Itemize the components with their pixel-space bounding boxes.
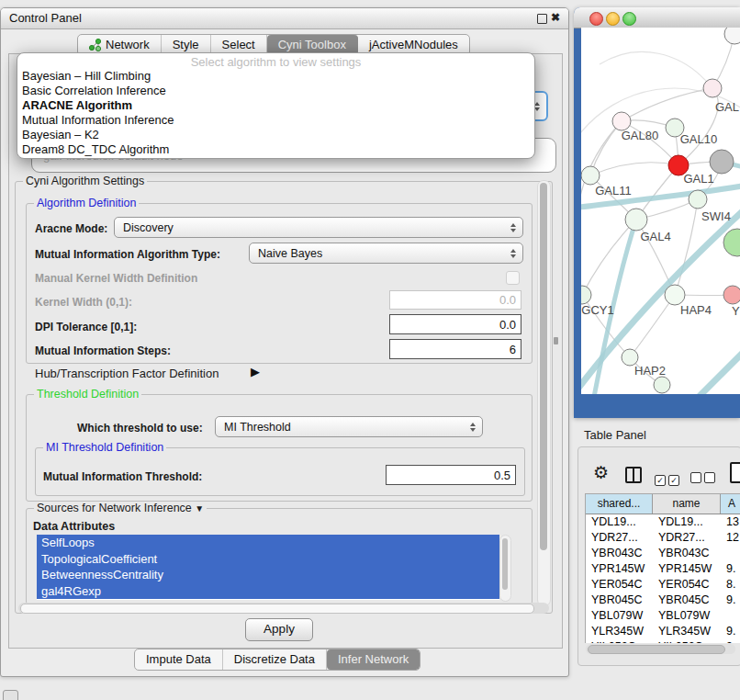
- table-hscrollbar-thumb[interactable]: [588, 645, 725, 654]
- deselect-all-icon[interactable]: [690, 470, 718, 487]
- tab-infer-network[interactable]: Infer Network: [327, 649, 420, 670]
- attributes-scrollbar[interactable]: [499, 535, 511, 602]
- network-node-gal4[interactable]: [625, 209, 647, 231]
- screen: Control Panel ✖ Network Style Select Cyn…: [0, 0, 740, 700]
- network-node-gal80[interactable]: [612, 112, 631, 130]
- attribute-item[interactable]: BetweennessCentrality: [37, 567, 499, 583]
- network-node[interactable]: [703, 79, 722, 97]
- hub-section-label[interactable]: Hub/Transcription Factor Definition: [35, 367, 219, 380]
- algorithm-option[interactable]: Bayesian – K2: [17, 128, 534, 142]
- float-window-icon[interactable]: [537, 14, 547, 24]
- control-panel-titlebar[interactable]: Control Panel ✖: [1, 8, 568, 29]
- table-row[interactable]: YPR145WYPR145W9.: [586, 561, 740, 577]
- which-threshold-combo[interactable]: MI Threshold: [215, 416, 483, 437]
- gear-icon[interactable]: ⚙: [593, 462, 609, 483]
- zoom-traffic-icon[interactable]: [622, 12, 636, 26]
- tab-style-label: Style: [173, 38, 199, 51]
- table-row[interactable]: YBR045CYBR045C9.: [586, 593, 740, 608]
- sources-title-text: Sources for Network Inference: [37, 502, 192, 514]
- cyni-algorithm-settings-title: Cyni Algorithm Settings: [23, 175, 147, 187]
- table-hscrollbar[interactable]: [586, 644, 735, 654]
- table-row[interactable]: YBR043CYBR043C: [586, 546, 740, 561]
- mi-algorithm-type-value: Naive Bayes: [258, 247, 322, 260]
- which-threshold-label: Which threshold to use:: [77, 422, 203, 435]
- kernel-width-label: Kernel Width (0,1):: [35, 296, 132, 309]
- column-header-name[interactable]: name: [653, 494, 721, 514]
- collapse-arrow-icon[interactable]: ▼: [195, 503, 204, 514]
- table-row[interactable]: YBL079WYBL079W: [586, 608, 740, 624]
- tab-discretize-data[interactable]: Discretize Data: [223, 649, 327, 670]
- algorithm-option[interactable]: Basic Correlation Inference: [17, 84, 534, 98]
- settings-scrollbar-thumb[interactable]: [540, 183, 547, 550]
- attribute-item[interactable]: SelfLoops: [37, 535, 499, 551]
- splitpane-divider-grip[interactable]: [554, 337, 558, 344]
- table-panel-title: Table Panel: [584, 428, 646, 442]
- column-header-shared-name[interactable]: shared...: [586, 494, 653, 514]
- network-node-hap4[interactable]: [665, 285, 685, 305]
- attribute-item[interactable]: gal4RGexp: [37, 583, 499, 600]
- combo-arrows-icon: [470, 417, 476, 436]
- settings-scrollbar[interactable]: [537, 180, 551, 606]
- network-node[interactable]: [654, 377, 670, 393]
- node-label: GAL: [715, 100, 739, 114]
- minimized-panel-icon[interactable]: [3, 690, 18, 700]
- node-table: shared... name A YDL19...YDL19...13 YDR2…: [585, 493, 740, 643]
- table-row[interactable]: YDR27...YDR27...12: [586, 530, 740, 546]
- network-node[interactable]: [710, 150, 734, 174]
- network-node-gal11[interactable]: [581, 166, 600, 185]
- algorithm-option[interactable]: Mutual Information Inference: [17, 113, 534, 128]
- attributes-hscrollbar[interactable]: [18, 603, 549, 614]
- kernel-width-field[interactable]: [389, 290, 521, 310]
- aracne-mode-combo[interactable]: Discovery: [114, 217, 523, 238]
- network-window-titlebar[interactable]: [574, 7, 740, 28]
- export-table-icon[interactable]: [730, 462, 740, 483]
- mi-algorithm-type-label: Mutual Information Algorithm Type:: [35, 248, 220, 261]
- network-node[interactable]: [723, 229, 740, 256]
- algorithm-option[interactable]: Dream8 DC_TDC Algorithm: [17, 142, 534, 157]
- close-icon[interactable]: ✖: [551, 11, 560, 24]
- attribute-item[interactable]: TopologicalCoefficient: [37, 551, 499, 568]
- table-row[interactable]: YER054CYER054C8.: [586, 577, 740, 593]
- node-label: HAP4: [680, 303, 712, 317]
- combo-arrows-icon: [510, 218, 516, 237]
- apply-button[interactable]: Apply: [245, 618, 313, 641]
- network-node-gcy1[interactable]: [581, 286, 591, 304]
- close-traffic-icon[interactable]: [589, 12, 603, 26]
- mi-steps-field[interactable]: [389, 339, 521, 359]
- network-node[interactable]: [724, 28, 740, 44]
- bottom-tabs: Impute Data Discretize Data Infer Networ…: [134, 649, 420, 671]
- network-node[interactable]: [723, 286, 740, 304]
- node-label: Y: [732, 304, 740, 318]
- mi-algorithm-type-combo[interactable]: Naive Bayes: [249, 243, 523, 264]
- network-node-swi4[interactable]: [689, 190, 707, 209]
- table-header-row: shared... name A: [586, 494, 740, 514]
- tab-select-label: Select: [222, 38, 255, 51]
- select-all-icon[interactable]: ✓✓: [655, 470, 682, 487]
- algorithm-option[interactable]: Bayesian – Hill Climbing: [17, 69, 534, 84]
- algorithm-option-selected[interactable]: ARACNE Algorithm: [17, 98, 534, 113]
- tab-impute-data[interactable]: Impute Data: [135, 649, 223, 670]
- data-attributes-list: SelfLoops TopologicalCoefficient Between…: [37, 535, 499, 600]
- mi-threshold-field[interactable]: [386, 465, 516, 485]
- dpi-tolerance-field[interactable]: [389, 314, 521, 334]
- unchecked-box-icon: [704, 472, 715, 483]
- network-view-window: GAL GAL80 GAL10 GAL1 GAL11 SWI4 GAL4 GCY…: [574, 7, 740, 418]
- column-header-partial[interactable]: A: [721, 494, 740, 514]
- table-row[interactable]: YLR345WYLR345W9.: [586, 624, 740, 639]
- table-row[interactable]: YDL19...YDL19...13: [586, 514, 740, 530]
- control-panel-title: Control Panel: [9, 11, 82, 25]
- attributes-scrollbar-thumb[interactable]: [502, 538, 508, 590]
- threshold-definition-title: Threshold Definition: [34, 388, 141, 401]
- node-label: GCY1: [581, 303, 613, 317]
- tab-network-label: Network: [106, 38, 150, 51]
- sources-group-title: Sources for Network Inference ▼: [34, 502, 207, 514]
- columns-icon[interactable]: [625, 467, 642, 483]
- attributes-hscrollbar-thumb[interactable]: [20, 604, 534, 614]
- network-graph[interactable]: GAL GAL80 GAL10 GAL1 GAL11 SWI4 GAL4 GCY…: [581, 28, 740, 394]
- table-row[interactable]: YIL052CYIL052C9.: [586, 639, 740, 643]
- network-canvas[interactable]: GAL GAL80 GAL10 GAL1 GAL11 SWI4 GAL4 GCY…: [581, 28, 740, 394]
- minimize-traffic-icon[interactable]: [606, 12, 620, 26]
- manual-kernel-width-checkbox[interactable]: [506, 271, 520, 285]
- mi-threshold-label: Mutual Information Threshold:: [43, 470, 202, 483]
- expand-arrow-icon[interactable]: ▶: [251, 365, 260, 378]
